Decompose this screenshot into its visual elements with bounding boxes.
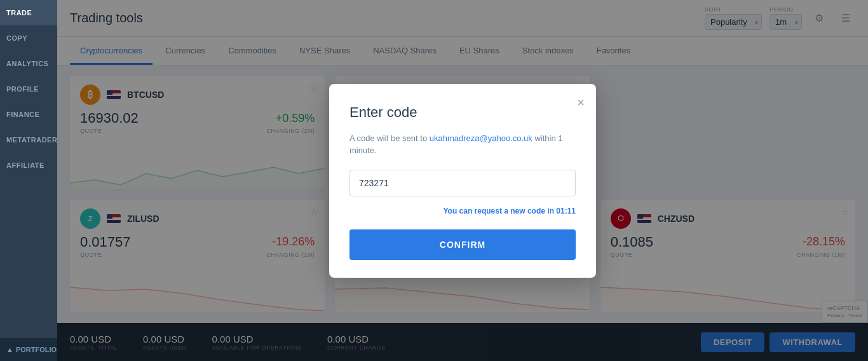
sidebar-item-affiliate[interactable]: AFFILIATE [0, 153, 57, 178]
modal-title: Enter code [349, 104, 576, 121]
sidebar-item-trade[interactable]: TRADE [0, 0, 57, 25]
modal-email: ukahmadreza@yahoo.co.uk [430, 133, 532, 143]
modal-timer-pre: You can request a new code in [443, 207, 556, 215]
sidebar: TRADE COPY ANALYTICS PROFILE FINANCE MET… [0, 0, 57, 361]
sidebar-item-finance[interactable]: FINANCE [0, 102, 57, 127]
sidebar-item-analytics[interactable]: ANALYTICS [0, 51, 57, 76]
confirm-button[interactable]: CONFIRM [349, 229, 576, 260]
portfolio-toggle[interactable]: ▲ PORTFOLIO [0, 338, 57, 361]
modal-description: A code will be sent to ukahmadreza@yahoo… [349, 132, 576, 157]
main-content: Trading tools SORT Popularity Name Chang… [57, 0, 868, 361]
sidebar-item-copy[interactable]: COPY [0, 25, 57, 51]
modal-close-button[interactable]: × [577, 95, 585, 110]
code-input[interactable] [349, 170, 576, 196]
enter-code-modal: × Enter code A code will be sent to ukah… [329, 84, 596, 278]
modal-timer: You can request a new code in 01:11 [349, 207, 576, 215]
modal-timer-value: 01:11 [556, 207, 576, 215]
sidebar-item-metatrader[interactable]: METATRADER [0, 127, 57, 153]
modal-desc-pre: A code will be sent to [349, 133, 430, 143]
modal-overlay: × Enter code A code will be sent to ukah… [57, 0, 868, 361]
sidebar-item-profile[interactable]: PROFILE [0, 76, 57, 102]
